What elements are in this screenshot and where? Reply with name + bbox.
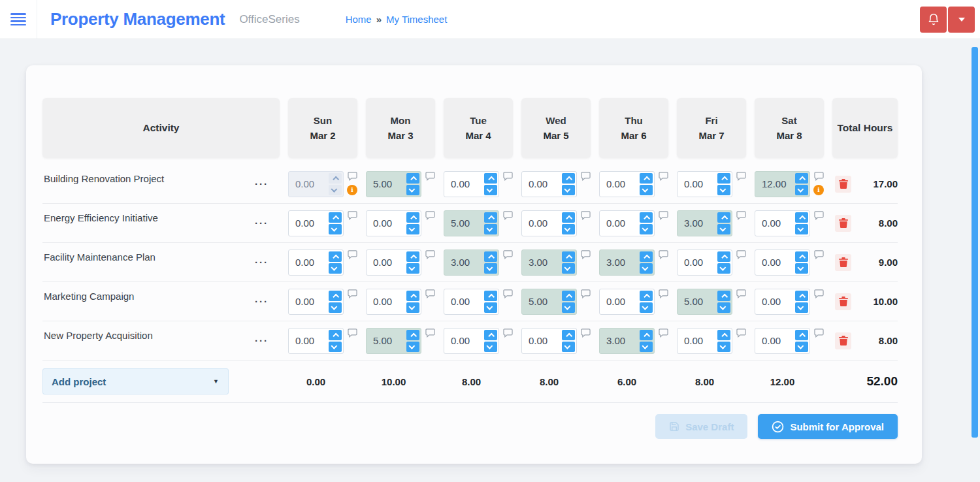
- decrement-button[interactable]: [484, 185, 497, 195]
- hours-input[interactable]: 0.00: [444, 289, 499, 315]
- row-options-button[interactable]: ···: [253, 295, 270, 308]
- hours-input[interactable]: 0.00: [677, 171, 732, 197]
- row-options-button[interactable]: ···: [253, 177, 270, 191]
- comment-icon[interactable]: [814, 329, 824, 338]
- decrement-button[interactable]: [406, 342, 419, 352]
- decrement-button[interactable]: [406, 224, 419, 234]
- comment-icon[interactable]: [736, 250, 746, 259]
- hours-input[interactable]: 0.00: [677, 328, 732, 354]
- decrement-button[interactable]: [484, 263, 497, 274]
- comment-icon[interactable]: [348, 211, 357, 220]
- decrement-button[interactable]: [640, 302, 653, 313]
- increment-button[interactable]: [717, 330, 730, 340]
- increment-button[interactable]: [795, 251, 808, 262]
- increment-button[interactable]: [562, 330, 575, 340]
- increment-button[interactable]: [717, 291, 730, 301]
- decrement-button[interactable]: [717, 185, 730, 195]
- increment-button[interactable]: [329, 291, 342, 301]
- decrement-button[interactable]: [640, 224, 653, 234]
- comment-icon[interactable]: [736, 172, 746, 181]
- increment-button[interactable]: [329, 330, 342, 340]
- delete-row-button[interactable]: [835, 332, 851, 349]
- delete-row-button[interactable]: [835, 215, 851, 232]
- decrement-button[interactable]: [640, 263, 653, 274]
- notifications-button[interactable]: [920, 7, 947, 33]
- comment-icon[interactable]: [659, 289, 668, 298]
- row-options-button[interactable]: ···: [253, 255, 270, 269]
- increment-button[interactable]: [640, 291, 653, 301]
- comment-icon[interactable]: [659, 211, 668, 220]
- increment-button[interactable]: [484, 291, 497, 301]
- hours-input[interactable]: 5.00: [444, 210, 499, 236]
- increment-button[interactable]: [562, 291, 575, 301]
- comment-icon[interactable]: [581, 289, 591, 298]
- hours-input[interactable]: 0.00: [521, 210, 577, 236]
- increment-button[interactable]: [640, 212, 653, 223]
- decrement-button[interactable]: [484, 302, 497, 313]
- comment-icon[interactable]: [736, 329, 746, 338]
- hours-input[interactable]: 0.00: [677, 249, 732, 276]
- comment-icon[interactable]: [348, 329, 357, 338]
- hours-input[interactable]: 0.00: [599, 210, 655, 236]
- decrement-button[interactable]: [406, 263, 419, 274]
- row-options-button[interactable]: ···: [253, 216, 270, 230]
- comment-icon[interactable]: [503, 289, 513, 298]
- hours-input[interactable]: 5.00: [366, 171, 421, 197]
- comment-icon[interactable]: [348, 172, 357, 181]
- comment-icon[interactable]: [503, 250, 513, 259]
- hours-input[interactable]: 0.00: [366, 210, 421, 236]
- decrement-button[interactable]: [795, 263, 808, 274]
- decrement-button[interactable]: [640, 342, 653, 352]
- decrement-button[interactable]: [795, 224, 808, 234]
- decrement-button[interactable]: [329, 224, 342, 234]
- hours-input[interactable]: 0.00: [755, 328, 810, 354]
- decrement-button[interactable]: [717, 302, 730, 313]
- comment-icon[interactable]: [348, 250, 357, 259]
- decrement-button[interactable]: [717, 224, 730, 234]
- add-project-select[interactable]: Add project▼: [42, 368, 229, 394]
- hours-input[interactable]: 0.00: [366, 249, 421, 276]
- increment-button[interactable]: [484, 330, 497, 340]
- row-options-button[interactable]: ···: [253, 334, 270, 347]
- comment-icon[interactable]: [503, 211, 513, 220]
- increment-button[interactable]: [484, 173, 497, 184]
- hours-input[interactable]: 3.00: [599, 249, 655, 276]
- decrement-button[interactable]: [562, 342, 575, 352]
- warning-icon[interactable]: i: [813, 185, 824, 195]
- increment-button[interactable]: [329, 212, 342, 223]
- decrement-button[interactable]: [406, 185, 419, 195]
- hours-input[interactable]: 0.00: [288, 328, 344, 354]
- delete-row-button[interactable]: [835, 176, 851, 193]
- delete-row-button[interactable]: [835, 254, 851, 271]
- decrement-button[interactable]: [562, 185, 575, 195]
- vertical-scrollbar[interactable]: [972, 47, 978, 438]
- increment-button[interactable]: [717, 251, 730, 262]
- decrement-button[interactable]: [562, 302, 575, 313]
- increment-button[interactable]: [717, 212, 730, 223]
- decrement-button[interactable]: [329, 302, 342, 313]
- decrement-button[interactable]: [795, 302, 808, 313]
- increment-button[interactable]: [640, 330, 653, 340]
- increment-button[interactable]: [795, 291, 808, 301]
- hours-input[interactable]: 0.00: [521, 171, 577, 197]
- breadcrumb-current-link[interactable]: My Timesheet: [386, 14, 447, 25]
- comment-icon[interactable]: [425, 329, 435, 338]
- increment-button[interactable]: [717, 173, 730, 184]
- hours-input[interactable]: 0.00: [444, 328, 499, 354]
- decrement-button[interactable]: [562, 224, 575, 234]
- increment-button[interactable]: [406, 291, 419, 301]
- hours-input[interactable]: 5.00: [677, 289, 732, 315]
- comment-icon[interactable]: [814, 211, 824, 220]
- increment-button[interactable]: [484, 212, 497, 223]
- increment-button[interactable]: [329, 251, 342, 262]
- increment-button[interactable]: [562, 251, 575, 262]
- hours-input[interactable]: 0.00: [755, 210, 810, 236]
- hours-input[interactable]: 0.00: [599, 171, 655, 197]
- hours-input[interactable]: 0.00: [755, 289, 810, 315]
- hours-input[interactable]: 5.00: [521, 289, 577, 315]
- decrement-button[interactable]: [795, 342, 808, 352]
- comment-icon[interactable]: [814, 250, 824, 259]
- comment-icon[interactable]: [736, 211, 746, 220]
- hours-input[interactable]: 0.00: [288, 210, 344, 236]
- decrement-button[interactable]: [562, 263, 575, 274]
